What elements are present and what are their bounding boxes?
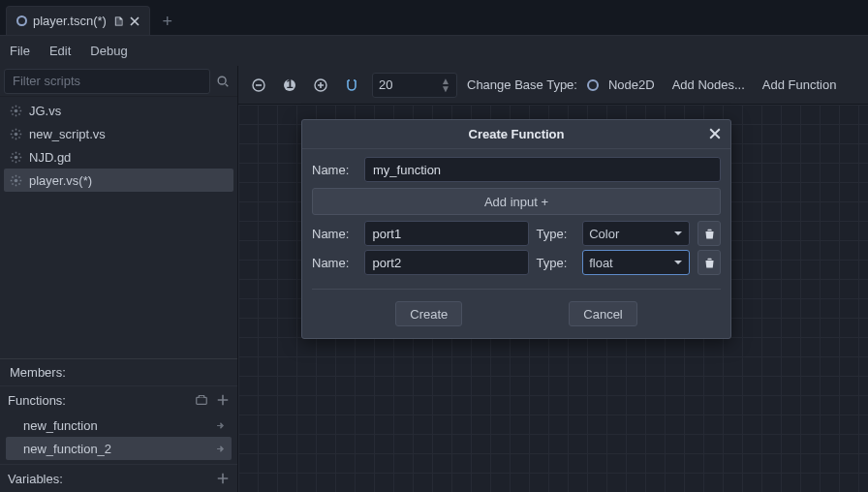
chevron-down-icon	[673, 229, 683, 238]
menu-bar: File Edit Debug	[0, 35, 868, 66]
functions-label: Functions:	[8, 393, 66, 408]
script-icon	[10, 174, 22, 187]
menu-file[interactable]: File	[10, 44, 30, 58]
create-button[interactable]: Create	[395, 301, 462, 326]
zoom-out-button[interactable]	[248, 75, 269, 96]
variables-header: Variables:	[0, 465, 237, 492]
script-item[interactable]: new_script.vs	[4, 122, 233, 145]
goto-icon[interactable]	[215, 420, 226, 431]
type-value: float	[589, 256, 613, 270]
script-item[interactable]: NJD.gd	[4, 145, 233, 169]
script-name: player.vs(*)	[29, 173, 92, 188]
script-list: JG.vsnew_script.vsNJD.gdplayer.vs(*)	[0, 97, 237, 194]
menu-debug[interactable]: Debug	[90, 44, 127, 58]
dialog-title: Create Function	[469, 127, 565, 141]
tab-title: player.tscn(*)	[33, 14, 107, 28]
left-panel: JG.vsnew_script.vsNJD.gdplayer.vs(*) Mem…	[0, 66, 238, 492]
close-icon[interactable]	[705, 124, 725, 143]
node2d-icon	[587, 79, 599, 91]
zoom-value: 20	[379, 77, 392, 92]
node2d-icon	[16, 15, 27, 26]
name-label: Name:	[312, 163, 356, 177]
members-header: Members:	[0, 358, 237, 385]
base-type-button[interactable]: Node2D	[608, 77, 655, 92]
script-item[interactable]: JG.vs	[4, 99, 233, 122]
svg-point-4	[15, 178, 18, 182]
filter-scripts-input[interactable]	[4, 69, 210, 94]
input-type-select[interactable]: Color	[582, 221, 690, 246]
tab-bar: player.tscn(*) +	[0, 0, 868, 35]
type-label: Type:	[537, 256, 575, 270]
zoom-in-button[interactable]	[310, 75, 331, 96]
functions-header: Functions:	[0, 386, 237, 414]
function-item[interactable]: new_function	[6, 414, 232, 437]
variables-label: Variables:	[8, 472, 63, 486]
svg-point-2	[15, 132, 18, 136]
delete-input-button[interactable]	[698, 221, 721, 246]
add-function-icon[interactable]	[216, 393, 230, 407]
function-name-input[interactable]	[364, 157, 721, 182]
script-icon	[112, 15, 124, 27]
name-label: Name:	[312, 227, 356, 241]
script-icon	[10, 151, 22, 164]
svg-point-3	[15, 155, 18, 159]
editor-toolbar: 1 20 ▲▼ Change Base Type: Node2D Add Nod…	[238, 66, 868, 105]
add-input-label: Add input +	[484, 195, 548, 209]
add-nodes-button[interactable]: Add Nodes...	[672, 77, 745, 92]
tab-player[interactable]: player.tscn(*)	[6, 6, 150, 35]
type-label: Type:	[537, 227, 575, 241]
divider	[312, 289, 721, 290]
input-name-field[interactable]	[364, 221, 529, 246]
svg-point-1	[15, 108, 18, 112]
input-type-select[interactable]: float	[582, 250, 690, 275]
function-name: new_function_2	[23, 442, 111, 456]
function-item[interactable]: new_function_2	[6, 437, 232, 460]
script-name: JG.vs	[29, 104, 61, 118]
dialog-titlebar[interactable]: Create Function	[302, 120, 730, 149]
type-value: Color	[589, 227, 619, 241]
add-input-button[interactable]: Add input +	[312, 188, 721, 215]
search-icon[interactable]	[216, 75, 230, 88]
snap-icon[interactable]	[341, 75, 362, 96]
cancel-button[interactable]: Cancel	[569, 301, 636, 326]
script-icon	[10, 128, 22, 140]
script-item[interactable]: player.vs(*)	[4, 169, 233, 192]
script-name: NJD.gd	[29, 150, 71, 165]
new-tab-button[interactable]: +	[154, 8, 181, 35]
create-function-dialog: Create Function Name: Add input + Name:T…	[301, 119, 731, 339]
name-label: Name:	[312, 256, 356, 270]
zoom-reset-button[interactable]: 1	[279, 75, 300, 96]
members-label: Members:	[10, 365, 66, 380]
menu-edit[interactable]: Edit	[49, 44, 71, 58]
add-function-button[interactable]: Add Function	[762, 77, 837, 92]
change-base-type-label: Change Base Type:	[467, 77, 577, 92]
svg-rect-5	[197, 397, 207, 404]
function-name: new_function	[23, 418, 98, 433]
svg-point-0	[218, 77, 226, 84]
chevron-down-icon	[673, 258, 683, 267]
delete-input-button[interactable]	[698, 250, 721, 275]
script-name: new_script.vs	[29, 127, 106, 141]
svg-text:1: 1	[286, 78, 293, 91]
zoom-value-field[interactable]: 20 ▲▼	[372, 73, 457, 98]
input-name-field[interactable]	[364, 250, 529, 275]
stepper-icon: ▲▼	[441, 77, 450, 93]
functions-list: new_functionnew_function_2	[0, 414, 237, 464]
override-icon[interactable]	[195, 393, 208, 407]
close-icon[interactable]	[130, 16, 140, 26]
add-variable-icon[interactable]	[216, 472, 230, 485]
script-icon	[10, 105, 22, 117]
goto-icon[interactable]	[215, 444, 226, 454]
